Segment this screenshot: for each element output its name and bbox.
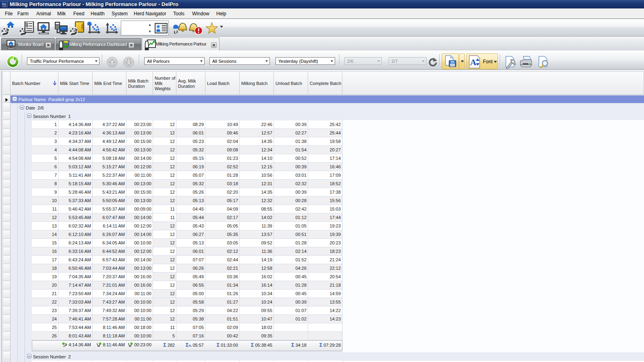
svg-text:DL: DL: [2, 2, 7, 6]
svg-text:A: A: [470, 57, 476, 67]
